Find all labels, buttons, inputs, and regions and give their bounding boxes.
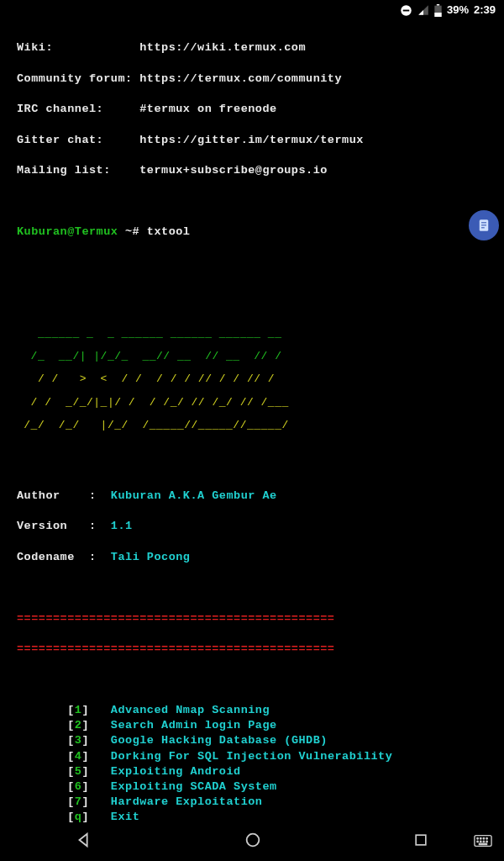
menu-item[interactable]: [2] Search Admin login Page <box>17 718 487 733</box>
divider-line: ========================================… <box>17 611 487 626</box>
home-icon[interactable] <box>244 831 262 854</box>
svg-point-16 <box>477 841 478 842</box>
menu-item[interactable]: [5] Exploiting Android <box>17 764 487 779</box>
menu-item[interactable]: [4] Dorking For SQL Injection Vulnerabil… <box>17 749 487 764</box>
clock: 2:39 <box>474 3 496 18</box>
menu-label: Exploiting Android <box>111 765 241 778</box>
menu-item[interactable]: [1] Advanced Nmap Scanning <box>17 703 487 718</box>
menu-item[interactable]: [3] Google Hacking Database (GHDB) <box>17 733 487 748</box>
main-menu: [1] Advanced Nmap Scanning [2] Search Ad… <box>17 703 487 826</box>
version-key: Version <box>17 520 67 532</box>
codename-value: Tali Pocong <box>111 551 191 563</box>
irc-value: #termux on freenode <box>139 103 276 115</box>
menu-item[interactable]: [q] Exit <box>17 810 487 825</box>
menu-item[interactable]: [6] Exploiting SCADA System <box>17 779 487 795</box>
svg-rect-8 <box>481 227 485 228</box>
floating-notes-button[interactable] <box>469 210 499 240</box>
keyboard-icon[interactable] <box>474 834 492 853</box>
menu-item[interactable]: [7] Hardware Exploitation <box>17 795 487 810</box>
shell-user: Kuburan@Termux <box>17 225 118 238</box>
back-icon[interactable] <box>75 831 93 854</box>
ascii-banner: ______ _ _ ______ ______ ______ __ /_ __… <box>17 316 487 442</box>
svg-rect-1 <box>403 9 410 11</box>
menu-label: Hardware Exploitation <box>111 795 263 808</box>
shell-path: ~# <box>118 225 146 238</box>
menu-label: Exit <box>111 811 139 823</box>
android-status-bar: 39% 2:39 <box>0 0 504 20</box>
svg-rect-6 <box>481 222 486 223</box>
svg-point-18 <box>483 841 484 842</box>
svg-point-13 <box>480 837 481 838</box>
android-nav-bar <box>0 824 504 861</box>
forum-label: Community forum: <box>17 72 133 85</box>
svg-rect-2 <box>437 4 439 6</box>
svg-point-19 <box>486 841 487 842</box>
signal-icon <box>417 4 429 16</box>
version-value: 1.1 <box>111 520 133 532</box>
menu-label: Advanced Nmap Scanning <box>111 704 270 716</box>
gitter-url: https://gitter.im/termux/termux <box>139 134 364 146</box>
wiki-url: https://wiki.termux.com <box>139 41 306 54</box>
codename-key: Codename <box>17 551 75 563</box>
mail-value: termux+subscribe@groups.io <box>139 164 328 177</box>
document-icon <box>476 218 491 233</box>
mail-label: Mailing list: <box>17 164 111 177</box>
gitter-label: Gitter chat: <box>17 134 103 146</box>
irc-label: IRC channel: <box>17 103 103 115</box>
battery-icon <box>434 4 442 17</box>
shell-command: txtool <box>147 225 191 238</box>
svg-rect-7 <box>481 224 486 225</box>
svg-point-17 <box>480 841 481 842</box>
svg-rect-10 <box>416 835 426 845</box>
menu-label: Exploiting SCADA System <box>111 780 277 793</box>
menu-label: Search Admin login Page <box>111 719 277 732</box>
svg-rect-4 <box>434 13 441 17</box>
menu-label: Google Hacking Database (GHDB) <box>111 734 328 747</box>
battery-percent: 39% <box>447 3 469 18</box>
terminal-output[interactable]: Wiki: https://wiki.termux.com Community … <box>0 20 504 861</box>
forum-url: https://termux.com/community <box>139 72 342 85</box>
author-key: Author <box>17 489 60 502</box>
svg-point-14 <box>483 837 484 838</box>
svg-point-9 <box>247 834 260 847</box>
recents-icon[interactable] <box>412 832 429 853</box>
svg-point-15 <box>486 837 487 838</box>
divider-line: ========================================… <box>17 642 487 657</box>
svg-point-12 <box>477 837 478 838</box>
wiki-label: Wiki: <box>17 41 53 54</box>
svg-rect-20 <box>479 843 486 844</box>
menu-label: Dorking For SQL Injection Vulnerability <box>111 750 392 763</box>
author-value: Kuburan A.K.A Gembur Ae <box>111 489 277 502</box>
dnd-icon <box>400 4 412 17</box>
